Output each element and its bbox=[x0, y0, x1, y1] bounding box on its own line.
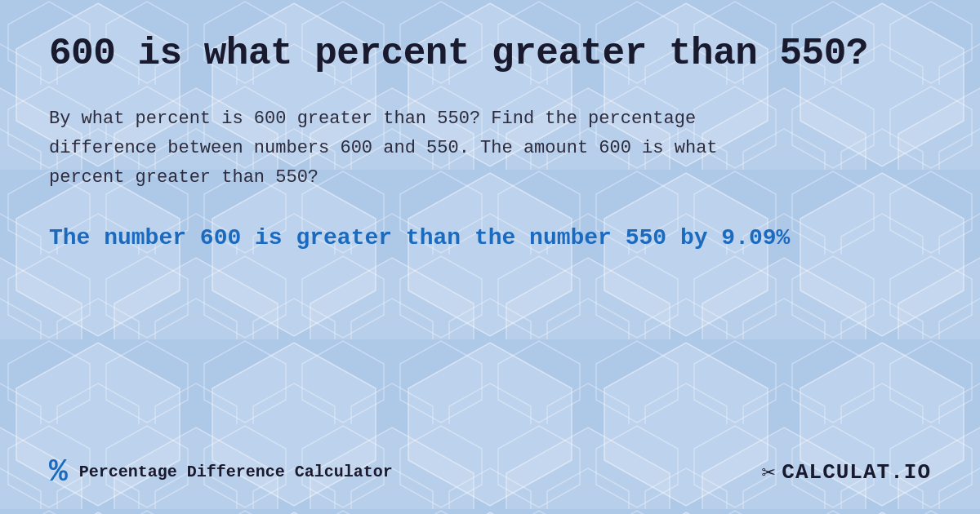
logo-area: ✂ CALCULAT.IO bbox=[762, 459, 932, 486]
logo-text: CALCULAT.IO bbox=[782, 460, 931, 485]
scissors-icon: ✂ bbox=[762, 459, 776, 486]
footer: % Percentage Difference Calculator ✂ CAL… bbox=[49, 446, 931, 490]
page-title: 600 is what percent greater than 550? bbox=[49, 33, 931, 76]
percent-icon: % bbox=[49, 454, 68, 490]
footer-branding-left: % Percentage Difference Calculator bbox=[49, 454, 393, 490]
result-text: The number 600 is greater than the numbe… bbox=[49, 222, 931, 254]
footer-label: Percentage Difference Calculator bbox=[79, 463, 393, 481]
description-text: By what percent is 600 greater than 550?… bbox=[49, 104, 784, 193]
